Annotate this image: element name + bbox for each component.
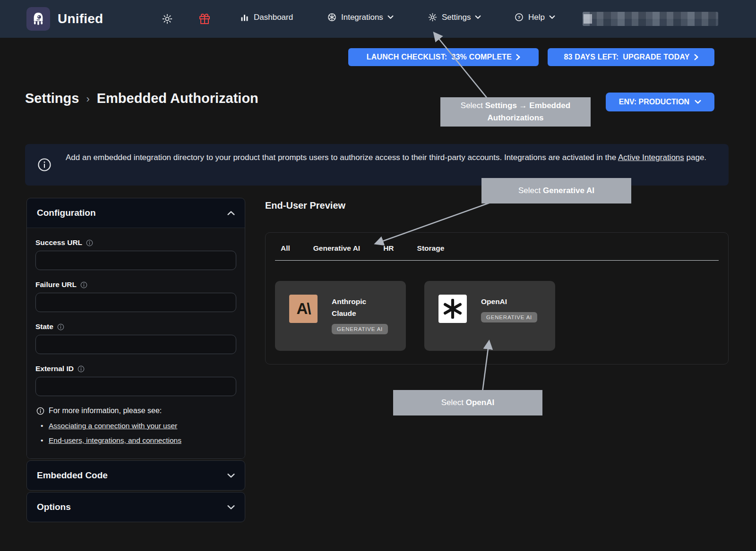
- doc-link-endusers-integrations[interactable]: End-users, integrations, and connections: [49, 436, 181, 444]
- chevron-down-icon: [549, 15, 555, 19]
- failure-url-input[interactable]: [35, 293, 236, 312]
- upgrade-value: UPGRADE TODAY: [623, 53, 689, 61]
- field-state: State: [35, 322, 236, 354]
- redacted-user-account[interactable]: [583, 12, 718, 26]
- card-info: Anthropic Claude GENERATIVE AI: [332, 295, 403, 351]
- options-title: Options: [37, 502, 71, 512]
- nav-label-dashboard: Dashboard: [254, 13, 293, 22]
- callout-select-settings: Select Settings → Embedded Authorization…: [440, 97, 591, 127]
- info-icon: [37, 158, 52, 172]
- info-icon[interactable]: [57, 323, 64, 331]
- openai-mark-icon: [443, 299, 463, 319]
- active-integrations-link[interactable]: Active Integrations: [618, 153, 684, 162]
- integration-card-openai[interactable]: OpenAI GENERATIVE AI: [424, 281, 555, 351]
- configuration-title: Configuration: [37, 208, 96, 218]
- card-info: OpenAI GENERATIVE AI: [481, 295, 552, 351]
- chevron-down-icon: [695, 100, 701, 104]
- page-title: Embedded Authorization: [97, 91, 258, 106]
- chevron-down-icon: [227, 505, 235, 510]
- tab-all[interactable]: All: [281, 244, 290, 253]
- embedded-code-header[interactable]: Embedded Code: [27, 461, 245, 490]
- openai-logo: [438, 295, 467, 323]
- breadcrumb-separator: ›: [86, 92, 89, 105]
- banner-text-suffix: page.: [684, 153, 706, 162]
- info-icon[interactable]: [77, 365, 85, 373]
- nav-item-integrations[interactable]: Integrations: [327, 12, 394, 22]
- upgrade-button[interactable]: 83 DAYS LEFT: UPGRADE TODAY: [548, 48, 714, 66]
- launch-checklist-label: LAUNCH CHECKLIST:: [367, 53, 447, 61]
- brand-name: Unified: [58, 11, 103, 26]
- chevron-down-icon: [475, 15, 481, 19]
- unified-logo[interactable]: [26, 7, 50, 31]
- options-header[interactable]: Options: [27, 492, 245, 522]
- success-url-label: Success URL: [35, 238, 82, 247]
- info-icon[interactable]: [80, 281, 87, 288]
- callout-text: Select Generative AI: [518, 185, 594, 197]
- field-failure-url: Failure URL: [35, 280, 236, 312]
- theme-toggle-sun-icon[interactable]: [162, 13, 173, 25]
- top-nav: Unified Dashboard: [0, 0, 756, 38]
- card-name-openai: OpenAI: [481, 296, 535, 307]
- bar-chart-icon: [240, 12, 249, 22]
- tab-storage[interactable]: Storage: [417, 244, 445, 253]
- svg-text:?: ?: [518, 15, 521, 20]
- more-info-row: For more information, please see:: [36, 407, 236, 415]
- chevron-down-icon: [227, 473, 235, 478]
- configuration-section: Configuration Success URL Failure URL: [26, 198, 245, 459]
- banner-text-main: Add an embedded integration directory to…: [66, 153, 618, 162]
- integration-cards: A\ Anthropic Claude GENERATIVE AI: [275, 281, 719, 351]
- doc-links: Associating a connection with your user …: [49, 422, 236, 445]
- category-badge: GENERATIVE AI: [332, 324, 388, 334]
- integration-card-anthropic[interactable]: A\ Anthropic Claude GENERATIVE AI: [275, 281, 406, 351]
- breadcrumb-settings[interactable]: Settings: [25, 91, 79, 106]
- configuration-header[interactable]: Configuration: [27, 198, 245, 228]
- chevron-right-icon: [694, 54, 698, 60]
- success-url-input[interactable]: [35, 251, 236, 270]
- help-circle-icon: ?: [514, 12, 524, 22]
- external-id-input[interactable]: [35, 377, 236, 396]
- gear-icon: [428, 12, 438, 22]
- end-user-preview-panel: All Generative AI HR Storage A\ Anthropi…: [265, 232, 729, 365]
- tab-hr[interactable]: HR: [383, 244, 394, 253]
- more-info-text: For more information, please see:: [49, 407, 162, 415]
- banner-text: Add an embedded integration directory to…: [66, 151, 708, 165]
- env-production-button[interactable]: ENV: PRODUCTION: [606, 93, 714, 111]
- arrow-to-settings: [434, 33, 494, 106]
- gift-icon[interactable]: [199, 13, 210, 25]
- nav-item-dashboard[interactable]: Dashboard: [240, 12, 293, 22]
- nav-label-help: Help: [528, 13, 545, 22]
- launch-checklist-value: 33% COMPLETE: [451, 53, 512, 61]
- chevron-right-icon: [516, 54, 520, 60]
- callout-select-openai: Select OpenAI: [393, 390, 542, 415]
- chevron-up-icon: [227, 211, 235, 216]
- callout-text: Select Settings → Embedded Authorization…: [447, 100, 584, 124]
- env-label: ENV: PRODUCTION: [619, 98, 689, 106]
- launch-checklist-button[interactable]: LAUNCH CHECKLIST: 33% COMPLETE: [348, 48, 539, 66]
- nav-item-settings[interactable]: Settings: [428, 12, 481, 22]
- embedded-code-section: Embedded Code: [26, 460, 245, 491]
- field-external-id: External ID: [35, 365, 236, 396]
- doc-link-associating-connection[interactable]: Associating a connection with your user: [49, 422, 177, 430]
- nav-label-settings: Settings: [442, 13, 471, 22]
- anthropic-logo: A\: [289, 295, 318, 323]
- tab-generative-ai[interactable]: Generative AI: [313, 244, 360, 253]
- doc-link-item: End-users, integrations, and connections: [49, 436, 236, 445]
- info-icon[interactable]: [86, 239, 93, 246]
- octopus-mascot-icon: [30, 11, 46, 27]
- anthropic-mark-glyph: A\: [297, 300, 310, 318]
- category-tabs: All Generative AI HR Storage: [275, 244, 719, 261]
- callout-select-generative-ai: Select Generative AI: [481, 178, 631, 203]
- doc-link-item: Associating a connection with your user: [49, 422, 236, 430]
- days-left-label: 83 DAYS LEFT:: [564, 53, 619, 61]
- chevron-down-icon: [387, 15, 394, 19]
- end-user-preview-title: End-User Preview: [265, 200, 345, 211]
- card-name-anthropic: Anthropic Claude: [332, 296, 386, 319]
- state-input[interactable]: [35, 335, 236, 354]
- nav-label-integrations: Integrations: [341, 13, 383, 22]
- callout-text: Select OpenAI: [441, 397, 494, 409]
- embedded-code-title: Embedded Code: [37, 470, 108, 481]
- options-section: Options: [26, 492, 245, 522]
- nav-item-help[interactable]: ? Help: [514, 12, 555, 22]
- category-badge: GENERATIVE AI: [481, 312, 537, 322]
- info-icon: [36, 407, 44, 415]
